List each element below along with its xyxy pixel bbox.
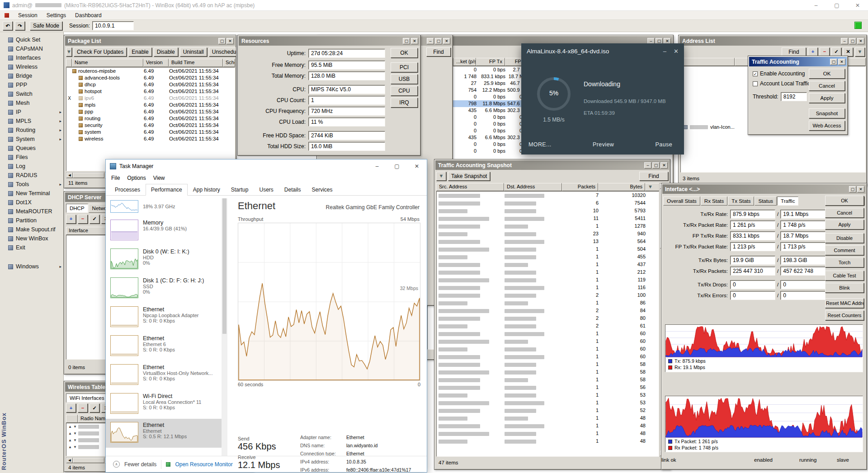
fewer-details-button[interactable]: Fewer details [124,461,156,468]
maximize-icon[interactable]: ▢ [849,38,856,44]
column-header[interactable]: Sched... [223,59,235,67]
download-action-button[interactable]: MORE... [528,141,552,148]
dialog-button[interactable]: Reset MAC Address [825,298,864,308]
column-header[interactable]: Build Time [169,59,223,67]
column-header[interactable]: Packets [562,183,598,191]
table-row[interactable]: wireless 6.49 Oct/06/2021 11:55:34 [66,136,235,142]
scroll-left-icon[interactable]: ◀ [66,173,73,178]
safe-mode-button[interactable]: Safe Mode [30,21,62,30]
maximize-icon[interactable]: ▢ [435,38,442,44]
tab[interactable]: Overall Stats [663,197,700,206]
snapshot-titlebar[interactable]: Traffic Accounting Snapshot – ▢ ✕ [435,160,669,170]
table-row[interactable]: 2 80 [437,314,659,322]
table-row[interactable]: 1 58 [437,368,659,376]
package-list-titlebar[interactable]: Package List ▢ ✕ [65,36,235,46]
table-row[interactable]: 1 52 [437,407,659,414]
sidebar-item[interactable]: Wireless [8,62,63,71]
column-header[interactable]: FP Tx [476,58,505,66]
column-header[interactable]: Dst. Address [504,183,562,191]
account-local-checkbox[interactable] [753,81,758,86]
maximize-icon[interactable]: ▢ [387,159,407,173]
download-titlebar[interactable]: AlmaLinux-8.4-x86_64-dvd.iso – ✕ [521,43,684,59]
sidebar-item[interactable]: RADIUS [8,171,63,180]
tab[interactable]: Details [279,184,307,196]
sidebar-item[interactable]: Switch [8,89,63,98]
sidebar-item[interactable]: Exit [8,243,63,252]
perf-sidebar-item[interactable]: Ethernet Ethernet 6 S: 0 R: 0 Kbps [106,332,222,361]
tab[interactable]: Status [755,197,777,206]
close-icon[interactable]: ✕ [838,59,845,65]
dialog-button[interactable]: Snapshot [809,108,845,118]
sidebar-item[interactable]: CAPsMAN [8,44,63,53]
table-row[interactable]: 1 119 [437,276,659,284]
tab[interactable]: Users [254,184,278,196]
maximize-icon[interactable]: ▢ [403,38,410,44]
dialog-button[interactable]: Cable Test [825,271,864,281]
add-icon[interactable]: + [808,47,818,56]
resource-value[interactable]: 95.5 MiB [308,61,385,70]
tab[interactable]: Rx Stats [701,197,727,206]
add-icon[interactable]: + [66,215,76,224]
table-row[interactable]: 13 564 [437,238,659,245]
scroll-left-icon[interactable]: ◀ [66,458,73,463]
table-row[interactable]: 1 212 [437,268,659,276]
rx-value[interactable]: 0 [780,280,826,289]
table-row[interactable]: 1 56 [437,384,659,391]
download-action-button[interactable]: Preview [593,141,614,148]
sidebar-item[interactable]: New Terminal [8,189,63,198]
table-row[interactable]: system 6.49 Oct/06/2021 11:55:34 [66,129,235,136]
column-header[interactable]: Name [72,59,143,67]
minimize-icon[interactable]: – [663,48,666,55]
table-row[interactable]: 1 58 [437,361,659,368]
minimize-icon[interactable]: – [367,159,387,173]
dialog-button[interactable]: Apply [809,93,845,103]
minimize-icon[interactable]: – [841,38,848,44]
tx-value[interactable]: 1 261 p/s [730,220,775,229]
filter-icon[interactable]: ▼ [436,172,446,181]
rx-value[interactable]: 1 748 p/s [780,220,826,229]
perf-sidebar-item[interactable]: Ethernet VirtualBox Host-Only Network...… [106,361,222,390]
table-row[interactable]: X ipv6 6.49 Oct/06/2021 11:55:34 [66,95,235,102]
sidebar-item[interactable]: Files [8,153,63,162]
package-toolbar-button[interactable]: Disable [154,47,178,56]
minimize-icon[interactable]: – [644,162,651,169]
column-header[interactable]: Version [143,59,169,67]
download-action-button[interactable]: Pause [656,141,672,148]
close-icon[interactable]: ✕ [857,186,864,192]
close-icon[interactable]: ✕ [411,38,418,44]
resource-value[interactable]: 1 [308,96,385,105]
enable-icon[interactable]: ✓ [831,47,841,56]
sidebar-item[interactable]: Dot1X [8,198,63,207]
sidebar-item[interactable]: Log [8,162,63,171]
sidebar-item[interactable]: Make Supout.rif [8,225,63,234]
maximize-icon[interactable]: ▢ [826,0,847,11]
resource-value[interactable]: 11 % [308,117,385,126]
close-icon[interactable]: ✕ [857,38,864,44]
column-header[interactable]: Bytes [598,183,645,191]
dialog-button[interactable]: Reset Counters [825,310,864,320]
perf-sidebar-item[interactable]: Wi-Fi Direct Local Area Connection* 11 S… [106,390,222,419]
menu-dashboard[interactable]: Dashboard [75,12,102,19]
address-list-titlebar[interactable]: Address List – ▢ ✕ [679,36,866,46]
table-row[interactable]: advanced-tools 6.49 Oct/06/2021 11:55:34 [66,75,235,81]
enable-icon[interactable]: ✓ [90,403,99,412]
table-row[interactable]: 2 61 [437,322,659,330]
tab[interactable]: Performance [146,184,188,196]
resources-button[interactable]: USB [391,74,418,84]
scrollbar-thumb[interactable] [73,458,104,463]
maximize-icon[interactable]: ▢ [830,59,837,65]
resources-button[interactable]: IRQ [391,98,418,108]
table-row[interactable]: hotspot 6.49 Oct/06/2021 11:55:34 [66,88,235,95]
sidebar-item[interactable]: IP ▸ [8,108,63,117]
tx-value[interactable]: 0 [730,280,775,289]
close-icon[interactable]: ✕ [226,38,234,44]
menu-item[interactable]: View [150,173,169,183]
close-icon[interactable]: ✕ [443,38,450,44]
dialog-button[interactable]: Web Access [809,121,845,131]
tx-value[interactable]: 225 447 310 [730,267,775,276]
tab[interactable]: Traffic [777,197,798,206]
perf-sidebar-item[interactable]: Ethernet Npcap Loopback Adapter S: 0 R: … [106,303,222,332]
column-header[interactable] [680,58,735,66]
find-button[interactable]: Find [639,172,668,181]
remove-icon[interactable]: − [78,403,88,412]
